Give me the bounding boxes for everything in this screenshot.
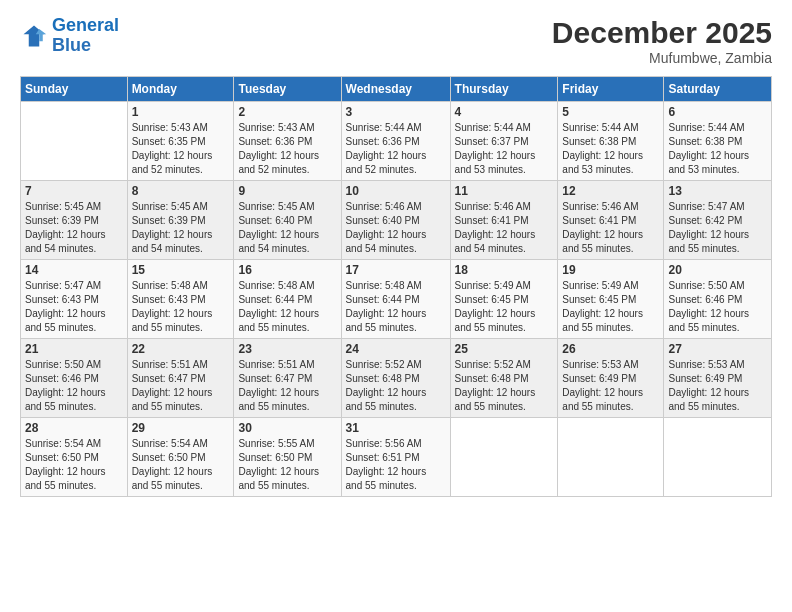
day-number: 15 [132,263,230,277]
calendar-week-3: 14Sunrise: 5:47 AM Sunset: 6:43 PM Dayli… [21,260,772,339]
col-friday: Friday [558,77,664,102]
day-number: 11 [455,184,554,198]
calendar-week-2: 7Sunrise: 5:45 AM Sunset: 6:39 PM Daylig… [21,181,772,260]
day-number: 24 [346,342,446,356]
calendar-body: 1Sunrise: 5:43 AM Sunset: 6:35 PM Daylig… [21,102,772,497]
cell-content: Sunrise: 5:45 AM Sunset: 6:39 PM Dayligh… [132,200,230,256]
cell-content: Sunrise: 5:45 AM Sunset: 6:40 PM Dayligh… [238,200,336,256]
calendar-table: Sunday Monday Tuesday Wednesday Thursday… [20,76,772,497]
cell-content: Sunrise: 5:44 AM Sunset: 6:37 PM Dayligh… [455,121,554,177]
cell-content: Sunrise: 5:49 AM Sunset: 6:45 PM Dayligh… [562,279,659,335]
day-number: 27 [668,342,767,356]
day-number: 29 [132,421,230,435]
cell-content: Sunrise: 5:48 AM Sunset: 6:44 PM Dayligh… [346,279,446,335]
calendar-cell: 23Sunrise: 5:51 AM Sunset: 6:47 PM Dayli… [234,339,341,418]
header-row: Sunday Monday Tuesday Wednesday Thursday… [21,77,772,102]
calendar-cell: 28Sunrise: 5:54 AM Sunset: 6:50 PM Dayli… [21,418,128,497]
calendar-cell: 2Sunrise: 5:43 AM Sunset: 6:36 PM Daylig… [234,102,341,181]
day-number: 7 [25,184,123,198]
day-number: 12 [562,184,659,198]
day-number: 6 [668,105,767,119]
calendar-cell: 13Sunrise: 5:47 AM Sunset: 6:42 PM Dayli… [664,181,772,260]
col-sunday: Sunday [21,77,128,102]
calendar-cell [21,102,128,181]
cell-content: Sunrise: 5:45 AM Sunset: 6:39 PM Dayligh… [25,200,123,256]
cell-content: Sunrise: 5:44 AM Sunset: 6:36 PM Dayligh… [346,121,446,177]
cell-content: Sunrise: 5:47 AM Sunset: 6:43 PM Dayligh… [25,279,123,335]
calendar-cell [664,418,772,497]
calendar-week-5: 28Sunrise: 5:54 AM Sunset: 6:50 PM Dayli… [21,418,772,497]
calendar-cell: 25Sunrise: 5:52 AM Sunset: 6:48 PM Dayli… [450,339,558,418]
calendar-cell: 20Sunrise: 5:50 AM Sunset: 6:46 PM Dayli… [664,260,772,339]
calendar-cell [450,418,558,497]
day-number: 14 [25,263,123,277]
calendar-cell: 9Sunrise: 5:45 AM Sunset: 6:40 PM Daylig… [234,181,341,260]
calendar-cell: 18Sunrise: 5:49 AM Sunset: 6:45 PM Dayli… [450,260,558,339]
col-monday: Monday [127,77,234,102]
col-tuesday: Tuesday [234,77,341,102]
day-number: 26 [562,342,659,356]
cell-content: Sunrise: 5:52 AM Sunset: 6:48 PM Dayligh… [455,358,554,414]
cell-content: Sunrise: 5:48 AM Sunset: 6:43 PM Dayligh… [132,279,230,335]
calendar-cell: 17Sunrise: 5:48 AM Sunset: 6:44 PM Dayli… [341,260,450,339]
col-saturday: Saturday [664,77,772,102]
header: General Blue December 2025 Mufumbwe, Zam… [20,16,772,66]
cell-content: Sunrise: 5:53 AM Sunset: 6:49 PM Dayligh… [668,358,767,414]
day-number: 9 [238,184,336,198]
cell-content: Sunrise: 5:50 AM Sunset: 6:46 PM Dayligh… [668,279,767,335]
day-number: 21 [25,342,123,356]
day-number: 22 [132,342,230,356]
calendar-cell: 5Sunrise: 5:44 AM Sunset: 6:38 PM Daylig… [558,102,664,181]
cell-content: Sunrise: 5:50 AM Sunset: 6:46 PM Dayligh… [25,358,123,414]
calendar-cell: 12Sunrise: 5:46 AM Sunset: 6:41 PM Dayli… [558,181,664,260]
col-thursday: Thursday [450,77,558,102]
calendar-cell: 15Sunrise: 5:48 AM Sunset: 6:43 PM Dayli… [127,260,234,339]
day-number: 13 [668,184,767,198]
subtitle: Mufumbwe, Zambia [552,50,772,66]
cell-content: Sunrise: 5:46 AM Sunset: 6:41 PM Dayligh… [562,200,659,256]
cell-content: Sunrise: 5:52 AM Sunset: 6:48 PM Dayligh… [346,358,446,414]
cell-content: Sunrise: 5:43 AM Sunset: 6:35 PM Dayligh… [132,121,230,177]
cell-content: Sunrise: 5:51 AM Sunset: 6:47 PM Dayligh… [238,358,336,414]
calendar-cell: 3Sunrise: 5:44 AM Sunset: 6:36 PM Daylig… [341,102,450,181]
calendar-week-4: 21Sunrise: 5:50 AM Sunset: 6:46 PM Dayli… [21,339,772,418]
calendar-cell: 30Sunrise: 5:55 AM Sunset: 6:50 PM Dayli… [234,418,341,497]
day-number: 8 [132,184,230,198]
title-section: December 2025 Mufumbwe, Zambia [552,16,772,66]
cell-content: Sunrise: 5:51 AM Sunset: 6:47 PM Dayligh… [132,358,230,414]
day-number: 25 [455,342,554,356]
calendar-cell: 7Sunrise: 5:45 AM Sunset: 6:39 PM Daylig… [21,181,128,260]
col-wednesday: Wednesday [341,77,450,102]
day-number: 19 [562,263,659,277]
calendar-cell: 14Sunrise: 5:47 AM Sunset: 6:43 PM Dayli… [21,260,128,339]
day-number: 5 [562,105,659,119]
cell-content: Sunrise: 5:46 AM Sunset: 6:41 PM Dayligh… [455,200,554,256]
calendar-cell: 19Sunrise: 5:49 AM Sunset: 6:45 PM Dayli… [558,260,664,339]
cell-content: Sunrise: 5:47 AM Sunset: 6:42 PM Dayligh… [668,200,767,256]
cell-content: Sunrise: 5:44 AM Sunset: 6:38 PM Dayligh… [668,121,767,177]
calendar-cell: 26Sunrise: 5:53 AM Sunset: 6:49 PM Dayli… [558,339,664,418]
day-number: 23 [238,342,336,356]
logo: General Blue [20,16,119,56]
calendar-cell: 29Sunrise: 5:54 AM Sunset: 6:50 PM Dayli… [127,418,234,497]
calendar-cell: 11Sunrise: 5:46 AM Sunset: 6:41 PM Dayli… [450,181,558,260]
day-number: 4 [455,105,554,119]
calendar-cell: 22Sunrise: 5:51 AM Sunset: 6:47 PM Dayli… [127,339,234,418]
day-number: 1 [132,105,230,119]
day-number: 10 [346,184,446,198]
calendar-cell: 10Sunrise: 5:46 AM Sunset: 6:40 PM Dayli… [341,181,450,260]
day-number: 16 [238,263,336,277]
calendar-cell: 21Sunrise: 5:50 AM Sunset: 6:46 PM Dayli… [21,339,128,418]
calendar-header: Sunday Monday Tuesday Wednesday Thursday… [21,77,772,102]
day-number: 3 [346,105,446,119]
cell-content: Sunrise: 5:54 AM Sunset: 6:50 PM Dayligh… [25,437,123,493]
cell-content: Sunrise: 5:48 AM Sunset: 6:44 PM Dayligh… [238,279,336,335]
cell-content: Sunrise: 5:56 AM Sunset: 6:51 PM Dayligh… [346,437,446,493]
calendar-cell [558,418,664,497]
cell-content: Sunrise: 5:54 AM Sunset: 6:50 PM Dayligh… [132,437,230,493]
day-number: 30 [238,421,336,435]
calendar-cell: 8Sunrise: 5:45 AM Sunset: 6:39 PM Daylig… [127,181,234,260]
page: General Blue December 2025 Mufumbwe, Zam… [0,0,792,612]
cell-content: Sunrise: 5:49 AM Sunset: 6:45 PM Dayligh… [455,279,554,335]
calendar-cell: 31Sunrise: 5:56 AM Sunset: 6:51 PM Dayli… [341,418,450,497]
